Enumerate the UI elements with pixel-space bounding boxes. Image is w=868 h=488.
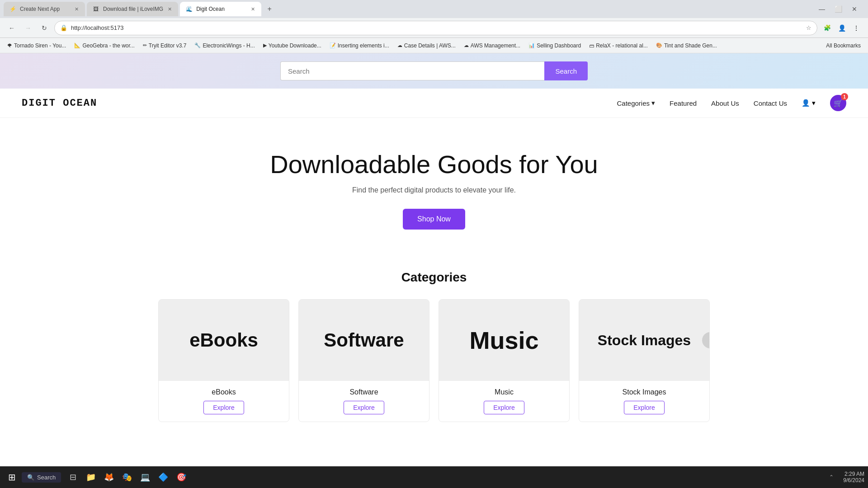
bookmark-favicon: 🗃 — [589, 43, 594, 48]
music-name: Music — [446, 388, 562, 396]
bookmark-favicon: 🔧 — [194, 42, 201, 48]
star-icon[interactable]: ☆ — [806, 24, 811, 31]
brand-logo[interactable]: DIGIT OCEAN — [22, 98, 97, 109]
bookmark-selling[interactable]: 📊 Selling Dashboard — [525, 41, 585, 51]
bookmark-label: Tryit Editor v3.7 — [149, 42, 187, 49]
tab-create-next-app[interactable]: ⚡ Create Next App ✕ — [4, 2, 85, 16]
bookmarks-bar: 🌪 Tornado Siren - You... 📐 GeoGebra - th… — [0, 38, 868, 53]
user-icon: 👤 — [802, 99, 810, 107]
bookmark-tornado[interactable]: 🌪 Tornado Siren - You... — [4, 41, 70, 51]
vscode-button[interactable]: 💻 — [137, 469, 153, 485]
search-input[interactable] — [280, 61, 544, 80]
tab1-title: Create Next App — [20, 6, 70, 12]
shop-now-button[interactable]: Shop Now — [403, 209, 465, 230]
dropdown-chevron-icon: ▾ — [651, 99, 655, 107]
all-bookmarks[interactable]: All Bookmarks — [822, 41, 864, 51]
profile-icon[interactable]: 👤 — [835, 22, 848, 34]
category-card-ebooks: eBooks eBooks Explore — [158, 299, 289, 422]
stock-images-name: Stock Images — [586, 388, 702, 396]
tab-digit-ocean[interactable]: 🌊 Digit Ocean ✕ — [180, 2, 261, 16]
date-display: 9/6/2024 — [843, 477, 864, 483]
minimize-button[interactable]: — — [816, 3, 828, 15]
nav-about[interactable]: About Us — [711, 99, 739, 107]
bookmark-electronicwings[interactable]: 🔧 ElectronicWings - H... — [191, 41, 258, 51]
tab3-close[interactable]: ✕ — [250, 5, 256, 13]
tab1-close[interactable]: ✕ — [74, 5, 80, 13]
tab2-close[interactable]: ✕ — [167, 5, 173, 13]
nav-contact[interactable]: Contact Us — [754, 99, 787, 107]
categories-cards-row: eBooks eBooks Explore Software Software … — [36, 299, 832, 422]
tab3-title: Digit Ocean — [196, 6, 246, 12]
tab3-favicon: 🌊 — [185, 5, 193, 13]
cart-button[interactable]: 🛒 1 — [830, 95, 846, 111]
bookmark-label: ElectronicWings - H... — [203, 42, 255, 49]
app-icon-9[interactable]: 🎯 — [173, 469, 189, 485]
bookmark-youtube[interactable]: ▶ Youtube Downloade... — [259, 41, 325, 51]
hero-section: Downloadable Goods for You Find the perf… — [0, 118, 868, 257]
extensions-icon[interactable]: 🧩 — [821, 22, 834, 34]
software-explore-button[interactable]: Explore — [344, 401, 384, 414]
clock: 2:29 AM 9/6/2024 — [843, 471, 864, 483]
task-view-button[interactable]: ⊟ — [65, 469, 81, 485]
bookmark-label: Tornado Siren - You... — [14, 42, 66, 49]
bookmark-inserting[interactable]: 📝 Inserting elements i... — [326, 41, 393, 51]
software-name: Software — [306, 388, 422, 396]
categories-title: Categories — [36, 270, 832, 285]
software-display-text: Software — [324, 329, 404, 351]
new-tab-button[interactable]: + — [263, 3, 276, 15]
bookmark-label: AWS Management... — [471, 42, 520, 49]
music-card-image: Music — [439, 300, 569, 381]
taskbar-search[interactable]: 🔍 Search — [22, 472, 61, 483]
bookmark-geogebra[interactable]: 📐 GeoGebra - the wor... — [71, 41, 138, 51]
user-account[interactable]: 👤 ▾ — [802, 99, 816, 107]
bookmark-label: Tint and Shade Gen... — [664, 42, 717, 49]
bookmark-aws[interactable]: ☁ AWS Management... — [460, 41, 524, 51]
close-button[interactable]: ✕ — [848, 3, 861, 15]
tab1-favicon: ⚡ — [9, 5, 16, 13]
back-button[interactable]: ← — [5, 22, 18, 34]
bookmark-label: Case Details | AWS... — [404, 42, 456, 49]
forward-button[interactable]: → — [22, 22, 34, 34]
cart-badge: 1 — [841, 93, 848, 100]
bookmark-favicon: 📝 — [330, 42, 336, 48]
taskbar-right: ⌃ 2:29 AM 9/6/2024 — [823, 469, 864, 485]
bookmark-case[interactable]: ☁ Case Details | AWS... — [394, 41, 459, 51]
search-button[interactable]: Search — [544, 61, 588, 80]
system-tray[interactable]: ⌃ — [823, 469, 840, 485]
bookmark-favicon: ▶ — [263, 42, 267, 48]
firefox-button[interactable]: 🦊 — [101, 469, 117, 485]
file-explorer-button[interactable]: 📁 — [83, 469, 99, 485]
url-text: http://localhost:5173 — [71, 24, 802, 31]
bookmark-favicon: ✏ — [143, 42, 147, 48]
tab2-favicon: 🖼 — [92, 5, 99, 13]
address-bar[interactable]: 🔒 http://localhost:5173 ☆ — [54, 21, 817, 35]
bookmark-favicon: ☁ — [464, 42, 469, 48]
stock-images-display-text: Stock Images — [598, 332, 691, 349]
all-bookmarks-label: All Bookmarks — [826, 42, 861, 49]
bookmark-tint[interactable]: 🎨 Tint and Shade Gen... — [652, 41, 721, 51]
bookmark-label: Selling Dashboard — [537, 42, 581, 49]
menu-icon[interactable]: ⋮ — [850, 22, 863, 34]
maximize-button[interactable]: ⬜ — [832, 3, 844, 15]
music-explore-button[interactable]: Explore — [484, 401, 524, 414]
windows-start-button[interactable]: ⊞ — [4, 469, 20, 485]
bookmark-favicon: ☁ — [397, 42, 402, 48]
edge-button[interactable]: 🔷 — [155, 469, 171, 485]
taskbar-search-icon: 🔍 — [27, 474, 34, 481]
navbar: DIGIT OCEAN Categories ▾ Featured About … — [0, 89, 868, 118]
category-card-software: Software Software Explore — [298, 299, 429, 422]
bookmark-relax[interactable]: 🗃 RelaX - relational al... — [585, 41, 651, 51]
reload-button[interactable]: ↻ — [38, 22, 51, 34]
bookmark-favicon: 🎨 — [656, 42, 662, 48]
bookmark-label: Youtube Downloade... — [269, 42, 321, 49]
chrome-button[interactable]: 🎭 — [119, 469, 135, 485]
tab-ilovemg[interactable]: 🖼 Download file | iLoveIMG ✕ — [87, 2, 178, 16]
tab2-title: Download file | iLoveIMG — [103, 6, 163, 12]
nav-featured[interactable]: Featured — [670, 99, 697, 107]
bookmark-favicon: 📐 — [74, 42, 80, 48]
stock-images-explore-button[interactable]: Explore — [624, 401, 664, 414]
ebooks-explore-button[interactable]: Explore — [203, 401, 244, 414]
bookmark-tryit[interactable]: ✏ Tryit Editor v3.7 — [139, 41, 190, 51]
cart-icon: 🛒 — [834, 99, 843, 108]
nav-categories[interactable]: Categories ▾ — [617, 99, 656, 107]
